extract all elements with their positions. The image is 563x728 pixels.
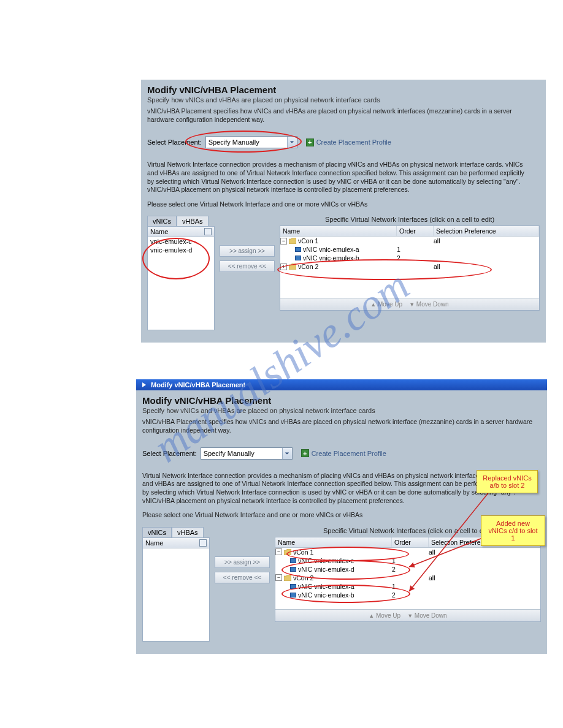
create-placement-label: Create Placement Profile <box>312 450 386 457</box>
triangle-down-icon: ▼ <box>409 301 415 308</box>
expander-icon[interactable]: + <box>280 264 287 270</box>
tree-child-row[interactable]: vNIC vnic-emulex-a1 <box>275 582 540 591</box>
triangle-up-icon: ▲ <box>370 301 376 308</box>
placement-description: vNIC/vHBA Placement specifies how vNICs … <box>142 418 541 434</box>
row-order: 2 <box>397 254 434 262</box>
nic-icon <box>295 256 301 260</box>
remove-button[interactable]: << remove << <box>220 260 275 272</box>
folder-icon <box>284 575 291 581</box>
source-listbox[interactable]: Name <box>142 537 210 642</box>
folder-icon <box>284 549 291 555</box>
row-name: vCon 1 <box>293 548 313 556</box>
list-header-name: Name <box>145 539 163 547</box>
move-up-button[interactable]: Move Up <box>378 301 402 308</box>
chevron-down-icon <box>282 448 292 459</box>
chevron-down-icon <box>287 137 297 148</box>
grid-footer: ▲ Move Up ▼ Move Down <box>280 298 539 310</box>
nic-icon <box>290 593 296 597</box>
tab-vnics[interactable]: vNICs <box>147 216 177 226</box>
col-name[interactable]: Name <box>275 537 392 547</box>
dialog-title: Modify vNIC/vHBA Placement <box>147 85 540 95</box>
list-item[interactable]: vnic-emulex-d <box>148 246 214 254</box>
expander-icon[interactable]: − <box>275 574 282 581</box>
list-item[interactable]: vnic-emulex-c <box>148 237 214 246</box>
col-selection-preference[interactable]: Selection Preference <box>434 226 539 236</box>
triangle-up-icon: ▲ <box>369 613 374 619</box>
folder-icon <box>289 264 296 270</box>
row-name: vNIC vnic-emulex-b <box>298 591 354 599</box>
tree-child-row[interactable]: vNIC vnic-emulex-b2 <box>275 591 540 599</box>
select-instruction: Please select one Virtual Network Interf… <box>147 200 540 209</box>
tree-group-row[interactable]: +vCon 2all <box>280 262 539 271</box>
dialog-subtitle: Specify how vNICs and vHBAs are placed o… <box>142 407 541 414</box>
move-up-button[interactable]: Move Up <box>376 612 400 619</box>
col-order[interactable]: Order <box>397 226 434 236</box>
row-order: 2 <box>392 591 429 599</box>
create-placement-profile-link[interactable]: + Create Placement Profile <box>306 138 391 146</box>
row-name: vNIC vnic-emulex-a <box>298 583 354 590</box>
tree-child-row[interactable]: vNIC vnic-emulex-a1 <box>280 245 539 254</box>
row-order: 1 <box>392 583 429 590</box>
tab-vnics[interactable]: vNICs <box>142 527 172 537</box>
tree-child-row[interactable]: vNIC vnic-emulex-c1 <box>275 556 540 565</box>
assign-button[interactable]: >> assign >> <box>215 556 270 568</box>
placement-description: vNIC/vHBA Placement specifies how vNICs … <box>147 107 540 124</box>
tree-child-row[interactable]: vNIC vnic-emulex-b2 <box>280 254 539 262</box>
nic-icon <box>295 247 301 252</box>
vni-description: Virtual Network Interface connection pro… <box>147 161 527 194</box>
tree-group-row[interactable]: −vCon 2all <box>275 574 540 582</box>
row-name: vNIC vnic-emulex-a <box>303 246 359 253</box>
list-header-name: Name <box>150 228 168 235</box>
row-selection-preference[interactable]: all <box>429 574 540 582</box>
select-placement-value: Specify Manually <box>209 138 259 146</box>
folder-icon <box>289 238 296 244</box>
triangle-down-icon: ▼ <box>407 613 413 619</box>
select-placement-dropdown[interactable]: Specify Manually <box>205 136 297 148</box>
vcon-grid: Name Order Selection Preference −vCon 1a… <box>280 226 540 311</box>
create-placement-profile-link[interactable]: + Create Placement Profile <box>301 449 386 457</box>
grid-footer: ▲ Move Up ▼ Move Down <box>275 609 540 621</box>
row-name: vCon 2 <box>298 263 318 270</box>
assign-button[interactable]: >> assign >> <box>220 245 275 257</box>
select-placement-label: Select Placement: <box>147 138 202 146</box>
tree-group-row[interactable]: −vCon 1all <box>280 237 539 245</box>
nic-icon <box>290 558 296 563</box>
select-placement-value: Specify Manually <box>204 450 255 457</box>
list-header-options-icon[interactable] <box>204 228 212 235</box>
nic-icon <box>290 567 296 572</box>
tab-vhbas[interactable]: vHBAs <box>172 527 204 537</box>
remove-button[interactable]: << remove << <box>215 572 270 583</box>
dialog-1: Modify vNIC/vHBA Placement Specify how v… <box>141 80 546 343</box>
select-placement-dropdown[interactable]: Specify Manually <box>201 447 293 460</box>
expander-icon[interactable]: − <box>280 238 287 245</box>
dialog-subtitle: Specify how vNICs and vHBAs are placed o… <box>147 96 540 104</box>
col-name[interactable]: Name <box>280 226 397 236</box>
window-titlebar: Modify vNIC/vHBA Placement <box>136 379 547 390</box>
row-name: vCon 2 <box>293 574 313 582</box>
tree-group-row[interactable]: −vCon 1all <box>275 548 540 556</box>
vni-description: Virtual Network Interface connection pro… <box>142 472 523 506</box>
triangle-right-icon <box>141 382 147 388</box>
row-order: 1 <box>392 557 429 564</box>
expander-icon[interactable]: − <box>275 548 282 555</box>
row-selection-preference[interactable]: all <box>434 263 539 270</box>
move-down-button[interactable]: Move Down <box>415 612 447 619</box>
list-header-options-icon[interactable] <box>199 539 207 547</box>
plus-icon: + <box>306 138 314 146</box>
source-panel: vNICs vHBAs Name <box>142 527 210 642</box>
window-title: Modify vNIC/vHBA Placement <box>151 381 245 389</box>
move-down-button[interactable]: Move Down <box>416 301 449 308</box>
tree-child-row[interactable]: vNIC vnic-emulex-d2 <box>275 565 540 574</box>
row-selection-preference[interactable]: all <box>429 548 540 556</box>
tab-vhbas[interactable]: vHBAs <box>177 216 209 226</box>
source-listbox[interactable]: Name vnic-emulex-c vnic-emulex-d <box>147 226 215 330</box>
annotation-callout: Replaced vNICs a/b to slot 2 <box>477 470 538 493</box>
col-order[interactable]: Order <box>392 537 429 547</box>
grid-caption: Specific Virtual Network Interfaces (cli… <box>280 216 540 223</box>
row-selection-preference[interactable]: all <box>434 237 539 245</box>
row-name: vCon 1 <box>298 237 318 245</box>
row-name: vNIC vnic-emulex-d <box>298 566 354 573</box>
row-order: 1 <box>397 246 434 253</box>
select-placement-label: Select Placement: <box>142 450 197 457</box>
dialog-2: Modify vNIC/vHBA Placement Modify vNIC/v… <box>136 379 547 653</box>
